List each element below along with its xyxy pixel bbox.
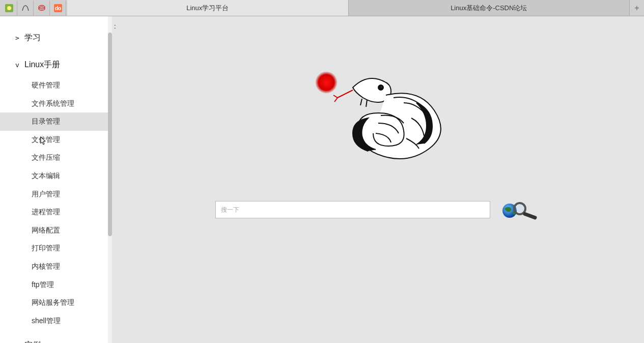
search-input[interactable] [215,201,490,218]
nav-item-硬件管理[interactable]: 硬件管理 [0,76,112,95]
svg-point-8 [380,87,382,88]
nav-item-网站服务管理[interactable]: 网站服务管理 [0,294,112,312]
bookmark-icon-3[interactable] [34,1,50,16]
nav-item-内核管理[interactable]: 内核管理 [0,258,112,276]
tab-label: Linux学习平台 [186,4,229,13]
tab-icon-group: do [0,0,67,16]
nav-item-ftp管理[interactable]: ftp管理 [0,276,112,294]
tab-add-button[interactable]: + [630,0,644,16]
plus-icon: + [634,4,639,13]
nav-section: vLinux手册硬件管理文件系统管理目录管理文件管理文件压缩文本编辑用户管理进程… [0,53,112,330]
tab-label: Linux基础命令-CSDN论坛 [451,4,527,13]
svg-point-1 [7,6,11,10]
bookmark-icon-4[interactable]: do [50,1,66,16]
search-button[interactable] [500,199,541,220]
svg-point-6 [315,71,338,94]
globe-magnifier-icon [500,199,541,220]
tab-linux-platform[interactable]: Linux学习平台 [67,0,349,16]
content-area: : [112,16,644,343]
nav-sub-list: 硬件管理文件系统管理目录管理文件管理文件压缩文本编辑用户管理进程管理网络配置打印… [0,76,112,330]
sidebar-scrollbar-track[interactable] [108,16,112,343]
sidebar-scrollbar-thumb[interactable] [108,33,112,236]
nav-section: >学习 [0,26,112,49]
logo-area [112,67,644,169]
nav-item-打印管理[interactable]: 打印管理 [0,239,112,258]
main-layout: >学习vLinux手册硬件管理文件系统管理目录管理文件管理文件压缩文本编辑用户管… [0,16,644,343]
svg-point-11 [516,205,524,213]
search-row [112,199,644,220]
tab-csdn-forum[interactable]: Linux基础命令-CSDN论坛 [349,0,630,16]
nav-item-文本编辑[interactable]: 文本编辑 [0,167,112,185]
nav-item-文件系统管理[interactable]: 文件系统管理 [0,95,112,113]
svg-text:do: do [54,6,61,11]
browser-tab-bar: do Linux学习平台 Linux基础命令-CSDN论坛 + [0,0,644,16]
nav-header-label: Linux手册 [24,60,60,70]
nav-header-Linux手册[interactable]: vLinux手册 [0,53,112,76]
nav-item-网络配置[interactable]: 网络配置 [0,221,112,240]
nav-section: >实例 [0,334,112,343]
chevron-right-icon: > [15,34,24,42]
bookmark-icon-1[interactable] [1,1,17,16]
nav-header-学习[interactable]: >学习 [0,26,112,49]
nav-item-文件压缩[interactable]: 文件压缩 [0,149,112,167]
bookmark-icon-2[interactable] [17,1,34,16]
snake-logo [302,67,455,169]
nav-item-shell管理[interactable]: shell管理 [0,312,112,330]
nav-item-目录管理[interactable]: 目录管理 [0,112,112,131]
nav-header-label: 实例 [24,340,41,343]
content-colon-text: : [114,22,116,30]
sidebar: >学习vLinux手册硬件管理文件系统管理目录管理文件管理文件压缩文本编辑用户管… [0,16,112,343]
nav-item-进程管理[interactable]: 进程管理 [0,203,112,221]
chevron-down-icon: v [15,61,24,69]
nav-item-文件管理[interactable]: 文件管理 [0,131,112,149]
nav-header-实例[interactable]: >实例 [0,334,112,343]
nav-header-label: 学习 [24,33,41,43]
svg-rect-12 [522,212,537,220]
nav-item-用户管理[interactable]: 用户管理 [0,185,112,204]
